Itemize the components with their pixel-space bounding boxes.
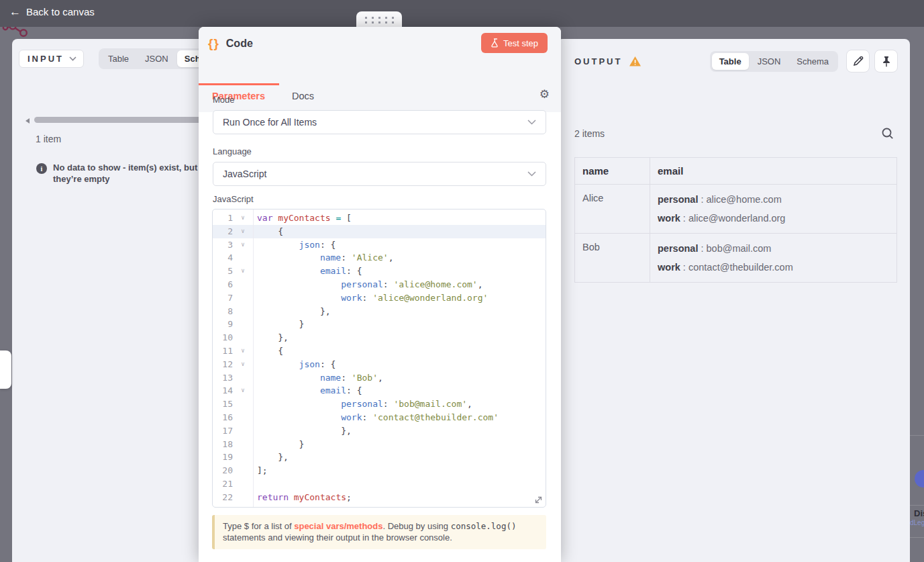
editor-resize-handle[interactable] <box>533 495 544 505</box>
fold-chevron-icon[interactable]: ∨ <box>233 238 253 252</box>
back-to-canvas-button[interactable]: ← Back to canvas <box>9 6 95 17</box>
column-header-email: email <box>650 158 897 185</box>
code-text: email: { <box>253 265 362 278</box>
horizontal-scrollbar[interactable] <box>34 117 214 123</box>
line-number: 18 <box>213 438 233 451</box>
code-line[interactable]: 14∨email: { <box>213 384 546 397</box>
code-line[interactable]: 13name: 'Bob', <box>213 371 546 385</box>
active-tab-underline <box>199 83 279 85</box>
chevron-down-icon <box>69 56 76 61</box>
line-number: 2 <box>213 225 233 238</box>
email-key: work <box>658 262 680 273</box>
test-step-label: Test step <box>503 38 538 48</box>
output-tab-json[interactable]: JSON <box>750 53 788 70</box>
code-text: ]; <box>253 464 268 477</box>
special-vars-link[interactable]: special vars/methods <box>294 521 382 531</box>
code-text: work: 'contact@thebuilder.com' <box>253 411 499 424</box>
code-line[interactable]: 22return myContacts; <box>213 491 546 504</box>
output-tab-table[interactable]: Table <box>712 53 749 70</box>
code-line[interactable]: 4name: 'Alice', <box>213 251 546 265</box>
mode-label: Mode <box>213 95 235 105</box>
dimmed-menu-subtext: dLega <box>910 519 924 526</box>
edit-output-button[interactable] <box>846 50 870 73</box>
email-key: work <box>658 213 680 224</box>
code-line[interactable]: 11∨{ <box>213 344 546 358</box>
cell-email[interactable]: personal : bob@mail.comwork : contact@th… <box>650 234 897 283</box>
output-panel: OUTPUT Table JSON Schema 2 items name em… <box>557 39 910 562</box>
line-number: 20 <box>213 464 233 477</box>
code-line[interactable]: 20]; <box>213 464 546 477</box>
language-label: Language <box>213 146 252 156</box>
cell-name[interactable]: Alice <box>575 185 650 234</box>
code-line[interactable]: 7work: 'alice@wonderland.org' <box>213 291 546 305</box>
code-line[interactable]: 17}, <box>213 424 546 438</box>
output-table-header-row: name email <box>575 158 897 185</box>
fold-chevron-icon[interactable]: ∨ <box>233 384 253 397</box>
line-number: 17 <box>213 424 233 438</box>
output-items-count: 2 items <box>574 128 605 139</box>
code-line[interactable]: 15personal: 'bob@mail.com', <box>213 397 546 411</box>
output-table: name email Alicepersonal : alice@home.co… <box>574 157 897 283</box>
code-line[interactable]: 16work: 'contact@thebuilder.com' <box>213 411 546 424</box>
pin-data-button[interactable] <box>874 50 898 73</box>
warning-icon <box>629 56 641 67</box>
hint-text-mid: . Debug by using <box>382 521 450 531</box>
code-line[interactable]: 12∨json: { <box>213 358 546 371</box>
input-tab-json[interactable]: JSON <box>138 50 176 67</box>
node-settings-gear-icon[interactable]: ⚙ <box>540 87 550 101</box>
line-number: 14 <box>213 384 233 397</box>
language-select[interactable]: JavaScript <box>213 162 546 186</box>
code-line[interactable]: 2∨{ <box>213 225 546 238</box>
tab-docs[interactable]: Docs <box>292 91 314 101</box>
input-tab-table[interactable]: Table <box>101 50 136 67</box>
chevron-down-icon <box>527 120 536 125</box>
fold-chevron-icon[interactable]: ∨ <box>233 225 253 238</box>
code-line[interactable]: 8}, <box>213 305 546 318</box>
code-text: }, <box>253 424 352 438</box>
fold-chevron-icon[interactable]: ∨ <box>233 358 253 371</box>
input-panel-grip-handle[interactable] <box>0 350 11 389</box>
code-line[interactable]: 21 <box>213 477 546 491</box>
fold-chevron-icon[interactable]: ∨ <box>233 265 253 278</box>
code-line[interactable]: 9} <box>213 318 546 331</box>
line-number: 22 <box>213 491 233 504</box>
test-step-button[interactable]: Test step <box>481 33 548 53</box>
code-text: var myContacts = [ <box>253 212 352 225</box>
line-number: 9 <box>213 318 233 331</box>
fold-chevron-icon[interactable]: ∨ <box>233 344 253 358</box>
code-line[interactable]: 1∨var myContacts = [ <box>213 212 546 225</box>
mode-select[interactable]: Run Once for All Items <box>213 110 546 134</box>
code-line[interactable]: 18} <box>213 438 546 451</box>
table-row[interactable]: Alicepersonal : alice@home.comwork : ali… <box>575 185 897 234</box>
code-node-icon: {} <box>208 36 219 51</box>
code-line[interactable]: 3∨json: { <box>213 238 546 252</box>
line-number: 5 <box>213 265 233 278</box>
code-text: email: { <box>253 384 362 397</box>
code-editor[interactable]: 1∨var myContacts = [2∨{3∨json: {4name: '… <box>212 209 546 508</box>
code-text: { <box>253 225 283 238</box>
table-row[interactable]: Bobpersonal : bob@mail.comwork : contact… <box>575 234 897 283</box>
cell-email[interactable]: personal : alice@home.comwork : alice@wo… <box>650 185 897 234</box>
code-line[interactable]: 6personal: 'alice@home.com', <box>213 278 546 291</box>
scroll-left-arrow-icon[interactable] <box>25 118 30 124</box>
code-node-modal: {} Code Test step Parameters Docs ⚙ Mode… <box>199 27 561 562</box>
input-source-dropdown[interactable]: INPUT <box>19 50 84 68</box>
output-tab-schema[interactable]: Schema <box>789 53 836 70</box>
input-items-count: 1 item <box>36 134 61 144</box>
hint-text-pre: Type $ for a list of <box>223 521 294 531</box>
code-line[interactable]: 5∨email: { <box>213 265 546 278</box>
output-table-body: Alicepersonal : alice@home.comwork : ali… <box>575 185 897 283</box>
input-panel-title: INPUT <box>28 54 64 64</box>
code-text: return myContacts; <box>253 491 352 504</box>
column-header-name: name <box>575 158 650 185</box>
drag-dots-icon <box>365 17 394 24</box>
code-line[interactable]: 19}, <box>213 451 546 464</box>
fold-chevron-icon[interactable]: ∨ <box>233 212 253 225</box>
code-text: name: 'Alice', <box>253 251 393 265</box>
code-line[interactable]: 10}, <box>213 331 546 344</box>
cell-name[interactable]: Bob <box>575 234 650 283</box>
code-editor-label: JavaScript <box>213 194 254 204</box>
output-search-icon[interactable] <box>881 127 894 140</box>
email-value: : alice@home.com <box>698 194 781 205</box>
code-text: json: { <box>253 238 336 252</box>
